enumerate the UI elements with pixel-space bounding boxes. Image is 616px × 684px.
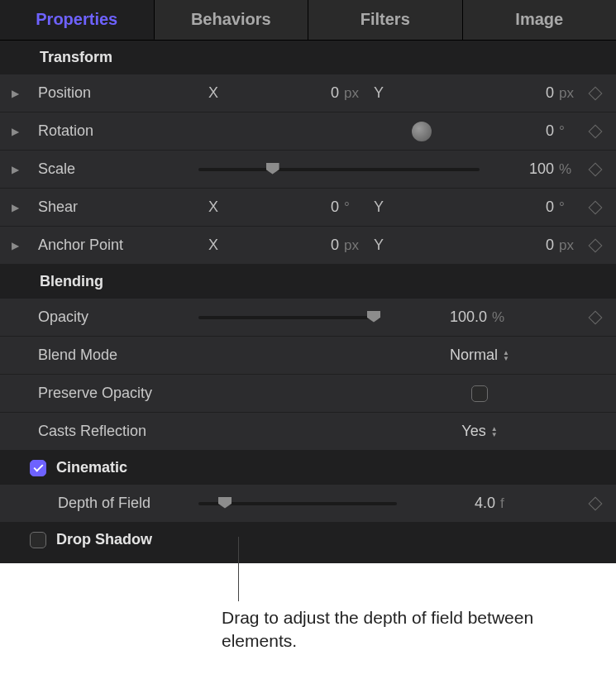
opacity-slider[interactable]	[198, 309, 380, 326]
keyframe-icon[interactable]	[589, 200, 603, 214]
slider-thumb-icon[interactable]	[367, 311, 380, 323]
scale-label: Scale	[33, 160, 198, 178]
disclosure-icon[interactable]: ▶	[12, 164, 33, 175]
cinematic-label: Cinematic	[56, 459, 127, 476]
axis-y-label: Y	[364, 237, 389, 254]
axis-x-label: X	[198, 84, 223, 102]
tab-behaviors[interactable]: Behaviors	[155, 0, 309, 40]
row-shear: ▶ Shear X 0 ° Y 0 °	[0, 189, 616, 227]
row-casts-reflection: Casts Reflection Yes ▲▼	[0, 413, 616, 451]
position-y-field[interactable]: 0 px	[480, 84, 579, 102]
keyframe-icon[interactable]	[589, 86, 603, 100]
row-opacity: Opacity 100.0 %	[0, 299, 616, 337]
disclosure-icon[interactable]: ▶	[12, 88, 33, 99]
section-blending-header: Blending	[0, 265, 616, 299]
cinematic-checkbox[interactable]	[30, 460, 46, 476]
casts-reflection-select[interactable]: Yes ▲▼	[461, 423, 497, 440]
dof-slider[interactable]	[198, 495, 397, 512]
keyframe-icon[interactable]	[589, 238, 603, 252]
blend-mode-label: Blend Mode	[33, 347, 198, 364]
section-cinematic-header: Cinematic	[0, 451, 616, 485]
row-blend-mode: Blend Mode Normal ▲▼	[0, 337, 616, 375]
scale-slider[interactable]	[198, 161, 480, 178]
opacity-label: Opacity	[33, 309, 198, 326]
preserve-opacity-label: Preserve Opacity	[33, 385, 198, 402]
blend-mode-select[interactable]: Normal ▲▼	[450, 347, 509, 364]
disclosure-icon[interactable]: ▶	[12, 202, 33, 213]
row-preserve-opacity: Preserve Opacity	[0, 375, 616, 413]
scale-field[interactable]: 100 %	[480, 160, 579, 178]
keyframe-icon[interactable]	[589, 162, 603, 176]
axis-y-label: Y	[364, 199, 389, 216]
casts-reflection-label: Casts Reflection	[33, 423, 198, 440]
row-position: ▶ Position X 0 px Y 0 px	[0, 74, 616, 112]
tab-properties[interactable]: Properties	[0, 0, 155, 40]
tab-filters[interactable]: Filters	[308, 0, 463, 40]
callout-annotation: Drag to adjust the depth of field betwee…	[0, 563, 616, 662]
inspector-tabs: Properties Behaviors Filters Image	[0, 0, 616, 41]
shear-y-field[interactable]: 0 °	[480, 199, 579, 216]
tab-image[interactable]: Image	[463, 0, 617, 40]
callout-text: Drag to adjust the depth of field betwee…	[222, 606, 536, 653]
slider-thumb-icon[interactable]	[266, 163, 279, 175]
disclosure-icon[interactable]: ▶	[12, 126, 33, 137]
stepper-icon: ▲▼	[503, 350, 509, 361]
anchor-x-field[interactable]: 0 px	[223, 237, 364, 254]
row-scale: ▶ Scale 100 %	[0, 151, 616, 189]
opacity-field[interactable]: 100.0 %	[380, 309, 579, 326]
axis-x-label: X	[198, 237, 223, 254]
dof-label: Depth of Field	[33, 495, 198, 512]
preserve-opacity-checkbox[interactable]	[471, 385, 488, 402]
disclosure-icon[interactable]: ▶	[12, 240, 33, 251]
drop-shadow-checkbox[interactable]	[30, 532, 46, 548]
shear-x-field[interactable]: 0 °	[223, 199, 364, 216]
keyframe-icon[interactable]	[589, 496, 603, 510]
axis-x-label: X	[198, 199, 223, 216]
position-x-field[interactable]: 0 px	[223, 84, 364, 102]
rotation-field[interactable]: 0 °	[480, 122, 579, 140]
section-drop-shadow-header: Drop Shadow	[0, 523, 616, 557]
anchor-label: Anchor Point	[33, 237, 198, 254]
axis-y-label: Y	[364, 84, 389, 102]
rotation-label: Rotation	[33, 122, 198, 140]
row-depth-of-field: Depth of Field 4.0 f	[0, 485, 616, 523]
shear-label: Shear	[33, 199, 198, 216]
position-label: Position	[33, 84, 198, 102]
row-anchor-point: ▶ Anchor Point X 0 px Y 0 px	[0, 227, 616, 265]
row-rotation: ▶ Rotation 0 °	[0, 112, 616, 151]
drop-shadow-label: Drop Shadow	[56, 531, 152, 548]
section-transform-header: Transform	[0, 41, 616, 74]
rotation-dial[interactable]	[412, 122, 432, 141]
dof-field[interactable]: 4.0 f	[397, 495, 579, 512]
slider-thumb-icon[interactable]	[218, 497, 232, 509]
anchor-y-field[interactable]: 0 px	[480, 237, 579, 254]
keyframe-icon[interactable]	[589, 310, 603, 324]
keyframe-icon[interactable]	[589, 124, 603, 138]
stepper-icon: ▲▼	[491, 426, 498, 438]
